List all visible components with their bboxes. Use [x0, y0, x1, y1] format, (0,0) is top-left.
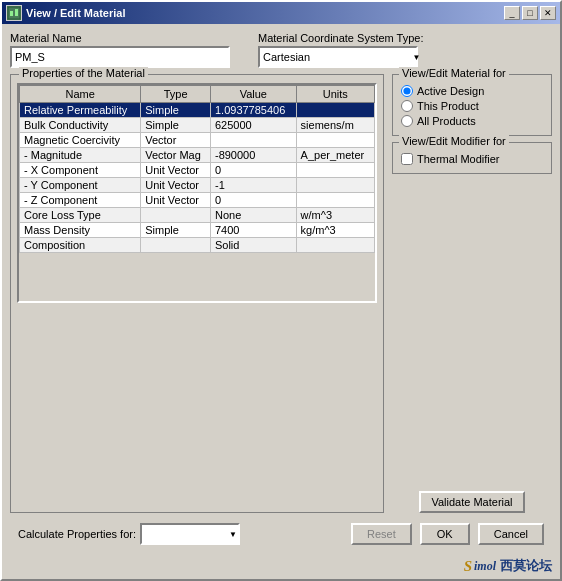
col-value-header: Value [210, 86, 296, 103]
cell-units [296, 133, 374, 148]
window-icon [6, 5, 22, 21]
radio-this-product-input[interactable] [401, 100, 413, 112]
table-row[interactable]: - MagnitudeVector Mag-890000A_per_meter [20, 148, 375, 163]
calc-select-wrapper [140, 523, 240, 545]
svg-rect-1 [10, 11, 13, 16]
calc-label: Calculate Properties for: [18, 528, 136, 540]
col-name-header: Name [20, 86, 141, 103]
cell-units: A_per_meter [296, 148, 374, 163]
radio-this-product[interactable]: This Product [401, 100, 543, 112]
cell-name: Bulk Conductivity [20, 118, 141, 133]
cell-value: 0 [210, 163, 296, 178]
cell-type [141, 208, 211, 223]
radio-active-design-label: Active Design [417, 85, 484, 97]
radio-group: Active Design This Product All Products [401, 85, 543, 127]
table-row[interactable]: Core Loss TypeNonew/m^3 [20, 208, 375, 223]
cell-units: siemens/m [296, 118, 374, 133]
radio-active-design[interactable]: Active Design [401, 85, 543, 97]
cell-name: Composition [20, 238, 141, 253]
table-row[interactable]: - X ComponentUnit Vector0 [20, 163, 375, 178]
top-fields-row: Material Name Material Coordinate System… [10, 32, 552, 68]
table-row[interactable]: Mass DensitySimple7400kg/m^3 [20, 223, 375, 238]
cell-type: Vector Mag [141, 148, 211, 163]
reset-button[interactable]: Reset [351, 523, 412, 545]
cell-units [296, 103, 374, 118]
view-edit-modifier-group: View/Edit Modifier for Thermal Modifier [392, 142, 552, 174]
main-window: View / Edit Material _ □ ✕ Material Name… [0, 0, 562, 581]
radio-this-product-label: This Product [417, 100, 479, 112]
radio-all-products[interactable]: All Products [401, 115, 543, 127]
cell-name: Relative Permeability [20, 103, 141, 118]
cell-units: w/m^3 [296, 208, 374, 223]
title-bar: View / Edit Material _ □ ✕ [2, 2, 560, 24]
thermal-modifier-checkbox[interactable] [401, 153, 413, 165]
coord-system-group: Material Coordinate System Type: Cartesi… [258, 32, 423, 68]
cell-value: 1.0937785406 [210, 103, 296, 118]
cell-value: -890000 [210, 148, 296, 163]
material-name-label: Material Name [10, 32, 230, 44]
table-row[interactable]: Magnetic CoercivityVector [20, 133, 375, 148]
coord-system-select[interactable]: Cartesian Cylindrical Spherical [258, 46, 418, 68]
cell-name: - X Component [20, 163, 141, 178]
table-row[interactable]: CompositionSolid [20, 238, 375, 253]
table-row[interactable]: Bulk ConductivitySimple625000siemens/m [20, 118, 375, 133]
properties-group: Properties of the Material Name Type Val… [10, 74, 384, 513]
cell-type: Vector [141, 133, 211, 148]
cell-name: - Magnitude [20, 148, 141, 163]
cancel-button[interactable]: Cancel [478, 523, 544, 545]
bottom-buttons: Reset OK Cancel [351, 523, 544, 545]
cell-name: - Z Component [20, 193, 141, 208]
cell-name: Magnetic Coercivity [20, 133, 141, 148]
thermal-modifier-checkbox-item[interactable]: Thermal Modifier [401, 153, 543, 165]
calc-select[interactable] [140, 523, 240, 545]
svg-rect-2 [15, 9, 18, 16]
simol-text: S [464, 558, 472, 575]
svg-rect-0 [8, 7, 20, 19]
table-header-row: Name Type Value Units [20, 86, 375, 103]
properties-group-title: Properties of the Material [19, 67, 148, 79]
bottom-row: Calculate Properties for: Reset OK Cance… [10, 519, 552, 549]
cell-value: -1 [210, 178, 296, 193]
close-button[interactable]: ✕ [540, 6, 556, 20]
cell-name: Mass Density [20, 223, 141, 238]
title-bar-buttons: _ □ ✕ [504, 6, 556, 20]
cell-units: kg/m^3 [296, 223, 374, 238]
cell-value: 7400 [210, 223, 296, 238]
table-row[interactable]: Relative PermeabilitySimple1.0937785406 [20, 103, 375, 118]
cell-name: - Y Component [20, 178, 141, 193]
cell-type: Unit Vector [141, 163, 211, 178]
col-units-header: Units [296, 86, 374, 103]
cell-type: Unit Vector [141, 178, 211, 193]
properties-table: Name Type Value Units Relative Permeabil… [19, 85, 375, 253]
window-title: View / Edit Material [26, 7, 500, 19]
cell-type [141, 238, 211, 253]
calc-row: Calculate Properties for: [18, 523, 240, 545]
coord-system-label: Material Coordinate System Type: [258, 32, 423, 44]
cell-type: Simple [141, 223, 211, 238]
radio-all-products-label: All Products [417, 115, 476, 127]
minimize-button[interactable]: _ [504, 6, 520, 20]
ok-button[interactable]: OK [420, 523, 470, 545]
cell-units [296, 178, 374, 193]
cell-units [296, 193, 374, 208]
simol-text2: imol [474, 559, 496, 574]
table-row[interactable]: - Z ComponentUnit Vector0 [20, 193, 375, 208]
table-body: Relative PermeabilitySimple1.0937785406B… [20, 103, 375, 253]
cell-type: Simple [141, 103, 211, 118]
material-name-group: Material Name [10, 32, 230, 68]
cell-value: Solid [210, 238, 296, 253]
properties-table-container[interactable]: Name Type Value Units Relative Permeabil… [17, 83, 377, 303]
cell-value: 0 [210, 193, 296, 208]
cell-type: Simple [141, 118, 211, 133]
maximize-button[interactable]: □ [522, 6, 538, 20]
thermal-modifier-label: Thermal Modifier [417, 153, 500, 165]
table-row[interactable]: - Y ComponentUnit Vector-1 [20, 178, 375, 193]
cell-value: 625000 [210, 118, 296, 133]
validate-material-button[interactable]: Validate Material [419, 491, 524, 513]
coord-system-wrapper: Cartesian Cylindrical Spherical [258, 46, 423, 68]
cell-units [296, 163, 374, 178]
window-content: Material Name Material Coordinate System… [2, 24, 560, 557]
radio-all-products-input[interactable] [401, 115, 413, 127]
radio-active-design-input[interactable] [401, 85, 413, 97]
material-name-input[interactable] [10, 46, 230, 68]
